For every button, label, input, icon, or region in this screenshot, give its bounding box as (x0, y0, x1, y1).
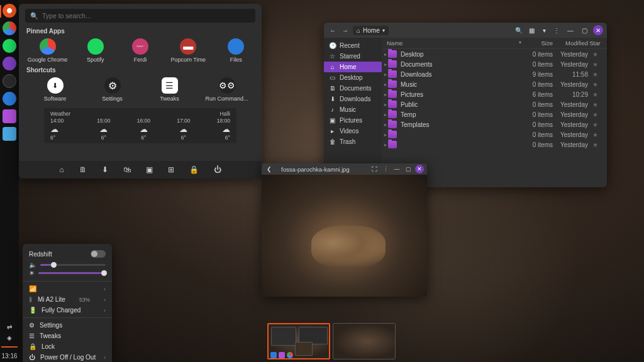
maximize-button[interactable]: ▢ (579, 25, 589, 35)
shortcut-tweaks[interactable]: ☰Tweaks (152, 77, 187, 102)
star-icon[interactable]: ★ (588, 71, 602, 78)
lock-item[interactable]: 🔒Lock (23, 341, 112, 352)
search-button[interactable]: 🔍 (514, 25, 524, 35)
sidebar-item-pictures[interactable]: ▣Pictures (324, 115, 382, 126)
sidebar-item-downloads[interactable]: ⬇Downloads (324, 94, 382, 104)
dock-spotify[interactable] (3, 39, 16, 53)
minimize-button[interactable]: — (565, 25, 575, 35)
file-row[interactable]: ▸0 itemsYesterday★ (382, 129, 607, 140)
file-row[interactable]: ▸Temp0 itemsYesterday★ (382, 109, 607, 119)
dock-ferdi[interactable] (3, 57, 16, 70)
footer-home-icon[interactable]: ⌂ (59, 165, 64, 174)
sidebar-icon: ☆ (329, 53, 336, 60)
redshift-toggle[interactable] (91, 250, 106, 258)
footer-window-icon[interactable]: ▣ (146, 165, 153, 174)
search-icon: 🔍 (30, 12, 38, 20)
volume-slider[interactable] (40, 264, 106, 266)
tweaks-item[interactable]: ☰Tweaks (23, 331, 112, 341)
sidebar-item-music[interactable]: ♪Music (324, 104, 382, 115)
sidebar-item-recent[interactable]: 🕑Recent (324, 40, 382, 51)
footer-download-icon[interactable]: ⬇ (102, 165, 108, 174)
file-row[interactable]: ▸Desktop0 itemsYesterday★ (382, 49, 607, 59)
sidebar-item-starred[interactable]: ☆Starred (324, 51, 382, 62)
footer-shop-icon[interactable]: 🛍 (123, 165, 131, 174)
folder-icon (388, 50, 397, 58)
star-icon[interactable]: ★ (588, 111, 602, 118)
search-input[interactable] (42, 12, 250, 19)
power-item[interactable]: ⏻Power Off / Log Out› (23, 352, 112, 362)
star-icon[interactable]: ★ (588, 91, 602, 98)
star-icon[interactable]: ★ (588, 141, 602, 148)
file-row[interactable]: ▸0 itemsYesterday★ (382, 140, 607, 150)
minimize-button[interactable]: — (392, 165, 401, 173)
viewer-fullscreen-button[interactable]: ⛶ (370, 165, 379, 173)
dock-app-blue[interactable] (3, 92, 16, 106)
app-chrome[interactable]: Google Chrome (30, 38, 65, 63)
dock-popcorn[interactable] (3, 74, 16, 88)
folder-icon (388, 111, 397, 118)
close-button[interactable]: ✕ (415, 165, 424, 173)
dock-activities[interactable] (3, 4, 16, 18)
star-icon[interactable]: ★ (588, 131, 602, 138)
dock-clock[interactable]: 13:16 (1, 353, 17, 359)
sidebar-item-documents[interactable]: 🗎Documents (324, 83, 382, 94)
nav-forward-button[interactable]: → (340, 25, 350, 35)
sidebar-item-videos[interactable]: ▸Videos (324, 126, 382, 136)
file-columns-header[interactable]: Name ▾ Size Modified Star (382, 38, 607, 49)
cloud-icon: ☁ (179, 124, 187, 134)
viewer-menu-button[interactable]: ⋮ (381, 165, 390, 173)
shortcut-settings[interactable]: ⚙Settings (95, 77, 130, 102)
weather-widget[interactable]: Weather14:00☁6° 15:00☁6° 16:00☁6° 17:00☁… (44, 108, 236, 143)
file-row[interactable]: ▸Downloads9 items11:58★ (382, 69, 607, 79)
hamburger-button[interactable]: ⋮ (552, 25, 562, 35)
close-button[interactable]: ✕ (593, 25, 603, 35)
dock-app-image[interactable] (3, 127, 16, 141)
chevron-right-icon: › (104, 286, 106, 292)
cloud-icon: ☁ (222, 124, 230, 134)
star-icon[interactable]: ★ (588, 101, 602, 108)
maximize-button[interactable]: ▢ (404, 165, 413, 173)
app-popcorn[interactable]: ▬Popcorn Time (171, 38, 206, 63)
dock-app-purple[interactable] (3, 109, 16, 123)
bluetooth-row[interactable]: ᛒMi A2 Lite53%› (23, 294, 112, 305)
tray-wifi-icon[interactable]: ◈ (7, 334, 12, 341)
file-row[interactable]: ▸Documents0 itemsYesterday★ (382, 59, 607, 69)
battery-row[interactable]: 🔋Fully Charged› (23, 305, 112, 315)
footer-lock-icon[interactable]: 🔒 (189, 165, 199, 174)
chevron-right-icon: ▸ (384, 112, 387, 118)
shortcut-software[interactable]: ⬇Software (38, 77, 72, 102)
workspace-2[interactable] (333, 323, 396, 359)
viewer-prev-button[interactable]: ❮ (265, 165, 274, 173)
sidebar-item-home[interactable]: ⌂Home (324, 62, 382, 72)
app-files[interactable]: Files (222, 38, 250, 63)
viewer-image[interactable] (262, 175, 427, 297)
sidebar-item-desktop[interactable]: ▭Desktop (324, 72, 382, 83)
redshift-toggle-row[interactable]: Redshift (23, 248, 112, 261)
file-row[interactable]: ▸Music0 itemsYesterday★ (382, 79, 607, 89)
app-ferdi[interactable]: 〰Ferdi (126, 38, 154, 63)
footer-grid-icon[interactable]: ⊞ (168, 165, 174, 174)
star-icon[interactable]: ★ (588, 61, 602, 68)
dock-chrome[interactable] (3, 21, 16, 35)
sidebar-item-trash[interactable]: 🗑Trash (324, 136, 382, 147)
brightness-slider[interactable] (38, 272, 106, 274)
tray-network-icon[interactable]: ⇄ (7, 324, 12, 331)
footer-power-icon[interactable]: ⏻ (214, 165, 221, 174)
star-icon[interactable]: ★ (588, 51, 602, 58)
settings-item[interactable]: ⚙Settings (23, 320, 112, 331)
launcher-search[interactable]: 🔍 (25, 9, 255, 23)
wifi-row[interactable]: 📶› (23, 283, 112, 294)
star-icon[interactable]: ★ (588, 81, 602, 88)
wifi-icon: 📶 (29, 285, 36, 292)
star-icon[interactable]: ★ (588, 121, 602, 128)
file-row[interactable]: ▸Pictures6 items10:29★ (382, 89, 607, 99)
nav-back-button[interactable]: ← (328, 25, 338, 35)
file-row[interactable]: ▸Public0 itemsYesterday★ (382, 99, 607, 109)
file-row[interactable]: ▸Templates0 itemsYesterday★ (382, 119, 607, 129)
footer-document-icon[interactable]: 🗎 (79, 165, 87, 174)
app-spotify[interactable]: Spotify (81, 38, 109, 63)
view-grid-button[interactable]: ▦ (526, 25, 536, 35)
view-dropdown-button[interactable]: ▾ (539, 25, 549, 35)
path-bar[interactable]: ⌂Home▾ (353, 26, 389, 35)
shortcut-run[interactable]: ⚙⚙Run Command... (209, 77, 244, 102)
